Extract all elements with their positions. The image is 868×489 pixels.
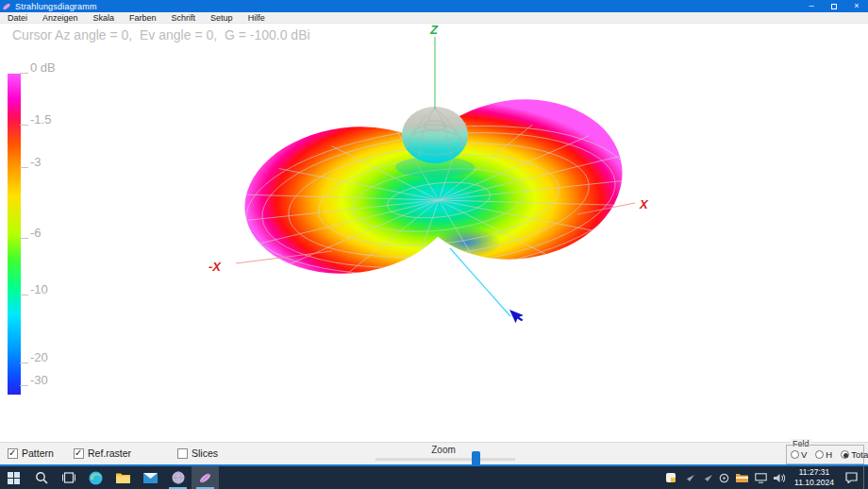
feld-radio-total[interactable]: Total [841,449,868,460]
minimize-button[interactable]: – [800,0,823,12]
show-desktop-button[interactable] [863,466,868,489]
feld-radio-h[interactable]: H [815,449,832,460]
task-view-icon [62,472,75,483]
radiation-pattern-plot: Z X -X [0,24,868,442]
app-icon [0,0,13,12]
pattern-checkbox[interactable]: Pattern [8,447,54,459]
zoom-slider-track[interactable] [376,458,515,461]
windows-logo-icon [8,472,20,484]
tray-sync-icon[interactable] [719,473,729,483]
close-button[interactable]: × [845,0,868,12]
feld-radio-v-label: V [801,449,807,460]
neg-x-axis-label: -X [209,260,222,274]
z-axis: Z [429,24,439,109]
refraster-checkbox[interactable]: Ref.raster [74,447,131,459]
control-bar: Pattern Ref.raster Slices Zoom Feld V H [0,442,868,464]
globe-icon [172,471,185,484]
file-explorer-button[interactable] [109,466,137,489]
search-icon [35,471,48,484]
maximize-icon [831,4,837,9]
mouse-cursor-icon [509,308,525,324]
slices-checkbox-label: Slices [192,447,218,459]
tray-folder-icon[interactable] [736,473,748,482]
plot-canvas[interactable]: Cursor Az angle = 0, Ev angle = 0, G = -… [0,24,868,442]
edge-icon [89,471,103,485]
feld-radio-h-label: H [826,449,832,460]
system-tray [665,472,786,483]
task-view-button[interactable] [55,466,82,489]
tray-color-app-icon[interactable] [665,472,676,483]
taskbar: 11:27:31 11.10.2024 [0,466,868,489]
x-axis-label: X [639,197,649,211]
menu-item-farben[interactable]: Farben [122,13,164,23]
action-center-button[interactable] [839,466,863,489]
radio-icon [841,450,849,459]
feld-radio-total-label: Total [851,449,868,460]
clock-time: 11:27:31 [790,467,839,478]
menu-item-skala[interactable]: Skala [86,13,123,23]
feather-app-icon [198,471,212,485]
menu-item-schrift[interactable]: Schrift [164,13,204,23]
tray-plane-icon[interactable] [701,473,712,482]
checkbox-icon [177,448,188,459]
menu-item-anzeigen[interactable]: Anzeigen [35,13,86,23]
mail-button[interactable] [137,466,164,489]
feld-radio-v[interactable]: V [791,449,807,460]
feld-group: V H Total [786,445,864,464]
refraster-checkbox-label: Ref.raster [88,447,131,459]
tray-plane-icon[interactable] [683,473,694,482]
start-button[interactable] [0,466,27,489]
title-bar: Strahlungsdiagramm – × [0,0,868,12]
clock-date: 11.10.2024 [790,478,839,488]
slices-checkbox[interactable]: Slices [177,447,218,459]
menu-item-datei[interactable]: Datei [0,13,35,23]
checkbox-icon [74,448,84,459]
maximize-button[interactable] [823,0,845,12]
folder-icon [116,472,130,483]
pattern-checkbox-label: Pattern [22,447,54,459]
menu-bar: Datei Anzeigen Skala Farben Schrift Setu… [0,12,868,24]
taskbar-clock[interactable]: 11:27:31 11.10.2024 [790,467,839,488]
mail-icon [143,473,158,483]
volume-icon[interactable] [774,473,786,483]
search-button[interactable] [27,466,55,489]
edge-browser-button[interactable] [82,466,109,489]
action-center-icon [845,472,858,483]
application-window: Strahlungsdiagramm – × Datei Anzeigen Sk… [0,0,868,489]
radio-icon [791,450,799,459]
globe-app-button[interactable] [164,466,192,489]
checkbox-icon [8,448,18,459]
window-title: Strahlungsdiagramm [13,2,97,11]
menu-item-hilfe[interactable]: Hilfe [241,13,273,23]
network-icon[interactable] [755,473,767,483]
radio-icon [815,450,824,459]
menu-item-setup[interactable]: Setup [203,13,241,23]
radiation-app-button[interactable] [192,466,219,489]
z-axis-label: Z [429,24,439,37]
